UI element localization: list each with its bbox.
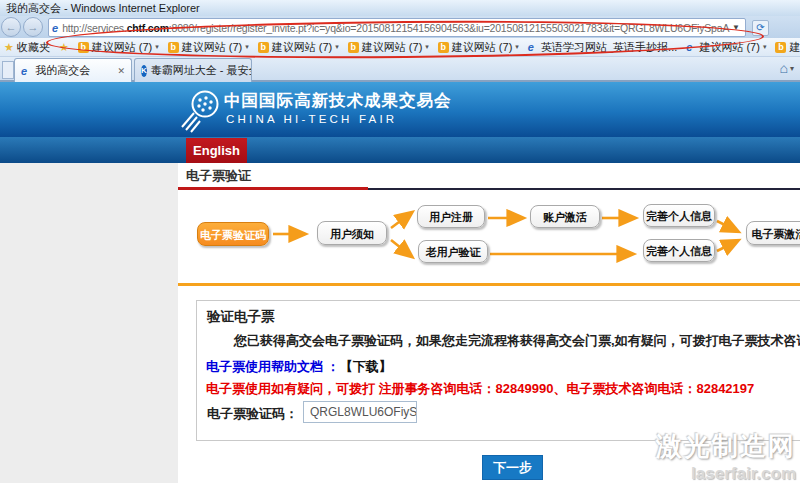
- favorites-item-label: 英语学习网站_英语手抄报...: [541, 40, 677, 55]
- favorites-item[interactable]: e 英语学习网站_英语手抄报...: [528, 40, 677, 55]
- suggested-sites-icon: b: [168, 42, 179, 53]
- url-rest: :8080/register/register_invite.pt?ic=yq&…: [169, 22, 729, 34]
- chevron-down-icon: ▾: [425, 43, 429, 51]
- chevron-down-icon: ▾: [515, 43, 519, 51]
- flow-step-code: 电子票验证码: [197, 222, 269, 246]
- window-titlebar: 我的高交会 - Windows Internet Explorer: [0, 0, 800, 16]
- favorites-item[interactable]: b 建议网站 (7) ▾: [258, 40, 339, 55]
- favorites-item-label: 建议网站 (7): [272, 40, 333, 55]
- flow-step-ticket-activate: 电子票激活: [746, 221, 800, 245]
- site-title-cn: 中国国际高新技术成果交易会: [224, 90, 452, 112]
- help-doc-label: 电子票使用帮助文档 ：: [206, 359, 340, 374]
- code-input[interactable]: [303, 401, 417, 423]
- download-link[interactable]: 【下载】: [340, 359, 392, 374]
- favorites-item[interactable]: e 建议网站 (7) ▾: [686, 40, 766, 55]
- favorites-item-label: 建议网站 (7): [92, 40, 153, 55]
- chevron-down-icon: ▾: [790, 64, 794, 73]
- ie-page-icon: e: [52, 22, 58, 34]
- address-tools: ⟳: [752, 19, 796, 36]
- flow-step-profile-old: 完善个人信息: [643, 239, 715, 262]
- chevron-down-icon: ▾: [335, 43, 339, 51]
- chevron-down-icon: ▾: [763, 43, 767, 51]
- favorites-item[interactable]: b 建议网站: [775, 40, 800, 55]
- suggested-sites-icon: b: [775, 42, 786, 53]
- refresh-icon: ⟳: [756, 22, 764, 33]
- url-domain: chtf.com: [127, 22, 169, 34]
- forward-icon: →: [28, 21, 39, 33]
- add-to-favorites-icon: ★: [59, 41, 69, 54]
- back-icon: ←: [6, 21, 17, 33]
- back-button[interactable]: ←: [1, 17, 21, 37]
- window-title: 我的高交会 - Windows Internet Explorer: [6, 2, 200, 14]
- address-dropdown-icon[interactable]: ▼: [730, 23, 742, 32]
- home-icon: ⌂: [780, 60, 788, 76]
- nav-bar: [0, 137, 800, 163]
- section-title: 电子票验证: [186, 167, 251, 185]
- forward-button[interactable]: →: [23, 17, 43, 37]
- hotline-text: 电子票使用如有疑问，可拨打 注册事务咨询电话：82849990、电子票技术咨询电…: [206, 380, 754, 398]
- address-bar[interactable]: e http://services.chtf.com:8080/register…: [48, 18, 746, 37]
- tab-my-chtf[interactable]: e 我的高交会 ✕: [14, 58, 132, 82]
- chevron-down-icon: ▾: [155, 43, 159, 51]
- refresh-button[interactable]: ⟳: [752, 20, 769, 36]
- home-button[interactable]: ⌂ ▾: [780, 60, 794, 76]
- favorites-item-label: 建议网站 (7): [182, 40, 243, 55]
- orange-divider: [178, 283, 800, 286]
- next-button[interactable]: 下一步: [482, 455, 543, 480]
- tab-label: 毒霸网址大全 - 最安全实...: [151, 63, 252, 78]
- quick-tabs-button[interactable]: [2, 61, 14, 79]
- favorites-button-label: 收藏夹: [17, 40, 50, 55]
- chtf-logo-icon: [179, 87, 223, 133]
- address-url: http://services.chtf.com:8080/register/r…: [62, 22, 730, 34]
- panel-heading: 验证电子票: [207, 308, 275, 326]
- favorites-item[interactable]: b 建议网站 (7) ▾: [168, 40, 249, 55]
- favorites-star-icon: ★: [4, 41, 14, 54]
- duba-icon: K: [141, 65, 147, 77]
- flow-step-old-user: 老用户验证: [418, 240, 488, 263]
- suggested-sites-icon: b: [258, 42, 269, 53]
- verify-ticket-panel: 验证电子票 您已获得高交会电子票验证码，如果您走完流程将获得高交会门票,如有疑问…: [196, 300, 800, 441]
- code-label: 电子票验证码：: [197, 405, 298, 423]
- url-prefix: http://services.: [62, 22, 127, 34]
- help-doc-line: 电子票使用帮助文档 ：【下载】: [206, 358, 392, 376]
- favorites-bar: ★ 收藏夹 ★ b 建议网站 (7) ▾ b 建议网站 (7) ▾ b 建议网站…: [0, 38, 800, 57]
- favorites-item-label: 建议网站 (7): [452, 40, 513, 55]
- tab-duba[interactable]: K 毒霸网址大全 - 最安全实...: [134, 58, 252, 82]
- ie-icon: e: [686, 41, 692, 53]
- favorites-item[interactable]: b 建议网站 (7) ▾: [438, 40, 519, 55]
- add-to-favorites-button[interactable]: ★: [59, 41, 69, 54]
- chevron-down-icon: ▾: [245, 43, 249, 51]
- site-title-en: CHINA HI-TECH FAIR: [226, 113, 397, 125]
- tab-close-icon[interactable]: ✕: [117, 66, 125, 76]
- flow-step-notice: 用户须知: [317, 221, 387, 245]
- favorites-item[interactable]: b 建议网站 (7) ▾: [348, 40, 429, 55]
- tab-bar: ▾ e 我的高交会 ✕ K 毒霸网址大全 - 最安全实... ⌂ ▾: [0, 57, 800, 82]
- page-background-left: [0, 163, 178, 483]
- flow-step-profile-new: 完善个人信息: [643, 204, 715, 227]
- browser-toolbar: ← → e http://services.chtf.com:8080/regi…: [0, 16, 800, 38]
- intro-text: 您已获得高交会电子票验证码，如果您走完流程将获得高交会门票,如有疑问，可拨打电子…: [234, 332, 800, 350]
- suggested-sites-icon: b: [78, 42, 89, 53]
- suggested-sites-icon: b: [438, 42, 449, 53]
- ie-icon: e: [21, 65, 27, 77]
- tab-label: 我的高交会: [35, 63, 90, 78]
- english-button[interactable]: English: [186, 138, 247, 163]
- favorites-item-label: 建议网站 (7): [699, 40, 760, 55]
- favorites-item[interactable]: b 建议网站 (7) ▾: [78, 40, 159, 55]
- favorites-item-label: 建议网站: [789, 40, 800, 55]
- flow-step-register: 用户注册: [417, 205, 485, 228]
- suggested-sites-icon: b: [348, 42, 359, 53]
- favorites-item-label: 建议网站 (7): [362, 40, 423, 55]
- favorites-button[interactable]: ★ 收藏夹: [4, 40, 50, 55]
- screenshot-root: 我的高交会 - Windows Internet Explorer ← → e …: [0, 0, 800, 483]
- flow-step-activate: 账户激活: [530, 205, 600, 228]
- ie-icon: e: [528, 41, 534, 53]
